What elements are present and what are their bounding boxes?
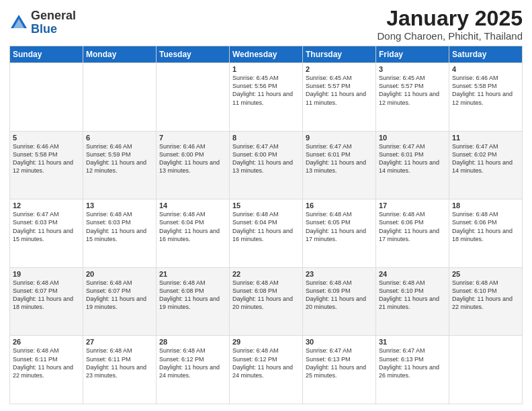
day-info: Sunrise: 6:48 AM Sunset: 6:07 PM Dayligh…	[13, 279, 80, 312]
day-info: Sunrise: 6:47 AM Sunset: 6:00 PM Dayligh…	[232, 142, 300, 175]
logo-blue: Blue	[31, 23, 76, 36]
day-info: Sunrise: 6:48 AM Sunset: 6:10 PM Dayligh…	[452, 279, 519, 312]
day-number: 11	[452, 134, 519, 142]
day-number: 31	[379, 338, 446, 346]
calendar-cell: 7Sunrise: 6:46 AM Sunset: 6:00 PM Daylig…	[157, 131, 230, 199]
day-number: 5	[13, 134, 80, 142]
day-number: 15	[232, 201, 300, 210]
col-saturday: Saturday	[449, 46, 523, 63]
day-number: 24	[379, 270, 446, 278]
day-info: Sunrise: 6:47 AM Sunset: 6:13 PM Dayligh…	[379, 347, 446, 379]
calendar-cell: 9Sunrise: 6:47 AM Sunset: 6:01 PM Daylig…	[303, 131, 376, 199]
calendar-cell: 22Sunrise: 6:48 AM Sunset: 6:08 PM Dayli…	[230, 267, 303, 336]
calendar-cell: 17Sunrise: 6:48 AM Sunset: 6:06 PM Dayli…	[376, 199, 449, 268]
day-info: Sunrise: 6:48 AM Sunset: 6:12 PM Dayligh…	[232, 347, 300, 379]
day-info: Sunrise: 6:48 AM Sunset: 6:04 PM Dayligh…	[159, 210, 226, 243]
calendar-row: 26Sunrise: 6:48 AM Sunset: 6:11 PM Dayli…	[10, 336, 523, 404]
day-number: 1	[232, 65, 300, 73]
day-number: 14	[159, 201, 226, 210]
day-number: 28	[159, 338, 226, 346]
calendar-cell	[83, 63, 157, 132]
calendar-title: January 2025	[377, 7, 523, 30]
title-block: January 2025 Dong Charoen, Phichit, Thai…	[377, 7, 523, 42]
calendar-cell: 4Sunrise: 6:46 AM Sunset: 5:58 PM Daylig…	[449, 63, 523, 132]
day-number: 13	[86, 201, 153, 210]
calendar-cell: 8Sunrise: 6:47 AM Sunset: 6:00 PM Daylig…	[230, 131, 303, 199]
day-number: 17	[379, 201, 446, 210]
col-tuesday: Tuesday	[157, 46, 230, 63]
calendar-cell: 3Sunrise: 6:45 AM Sunset: 5:57 PM Daylig…	[376, 63, 449, 132]
day-info: Sunrise: 6:48 AM Sunset: 6:09 PM Dayligh…	[306, 279, 373, 312]
col-friday: Friday	[376, 46, 449, 63]
day-info: Sunrise: 6:48 AM Sunset: 6:11 PM Dayligh…	[13, 347, 80, 379]
calendar-cell: 19Sunrise: 6:48 AM Sunset: 6:07 PM Dayli…	[10, 267, 83, 336]
calendar-cell: 28Sunrise: 6:48 AM Sunset: 6:12 PM Dayli…	[157, 336, 230, 404]
calendar-cell: 12Sunrise: 6:47 AM Sunset: 6:03 PM Dayli…	[10, 199, 83, 268]
day-number: 20	[86, 270, 153, 278]
calendar-cell: 11Sunrise: 6:47 AM Sunset: 6:02 PM Dayli…	[449, 131, 523, 199]
calendar-subtitle: Dong Charoen, Phichit, Thailand	[377, 30, 523, 42]
logo: General Blue	[9, 9, 76, 36]
day-info: Sunrise: 6:48 AM Sunset: 6:06 PM Dayligh…	[379, 210, 446, 243]
day-info: Sunrise: 6:48 AM Sunset: 6:03 PM Dayligh…	[86, 210, 153, 243]
calendar-cell: 30Sunrise: 6:47 AM Sunset: 6:13 PM Dayli…	[303, 336, 376, 404]
calendar-cell: 29Sunrise: 6:48 AM Sunset: 6:12 PM Dayli…	[230, 336, 303, 404]
day-number: 27	[86, 338, 153, 346]
calendar-cell: 6Sunrise: 6:46 AM Sunset: 5:59 PM Daylig…	[83, 131, 157, 199]
day-info: Sunrise: 6:45 AM Sunset: 5:57 PM Dayligh…	[379, 74, 446, 107]
calendar-cell: 26Sunrise: 6:48 AM Sunset: 6:11 PM Dayli…	[10, 336, 83, 404]
calendar-cell: 27Sunrise: 6:48 AM Sunset: 6:11 PM Dayli…	[83, 336, 157, 404]
calendar-cell	[10, 63, 83, 132]
calendar-row: 12Sunrise: 6:47 AM Sunset: 6:03 PM Dayli…	[10, 199, 523, 268]
day-number: 16	[306, 201, 373, 210]
calendar-cell: 5Sunrise: 6:46 AM Sunset: 5:58 PM Daylig…	[10, 131, 83, 199]
day-info: Sunrise: 6:48 AM Sunset: 6:10 PM Dayligh…	[379, 279, 446, 312]
calendar-cell: 10Sunrise: 6:47 AM Sunset: 6:01 PM Dayli…	[376, 131, 449, 199]
calendar-cell: 23Sunrise: 6:48 AM Sunset: 6:09 PM Dayli…	[303, 267, 376, 336]
day-info: Sunrise: 6:48 AM Sunset: 6:05 PM Dayligh…	[306, 210, 373, 243]
calendar-row: 1Sunrise: 6:45 AM Sunset: 5:56 PM Daylig…	[10, 63, 523, 132]
calendar-cell: 14Sunrise: 6:48 AM Sunset: 6:04 PM Dayli…	[157, 199, 230, 268]
day-number: 10	[379, 134, 446, 142]
col-wednesday: Wednesday	[230, 46, 303, 63]
day-info: Sunrise: 6:45 AM Sunset: 5:57 PM Dayligh…	[306, 74, 373, 107]
day-number: 4	[452, 65, 519, 73]
logo-general: General	[31, 9, 76, 23]
day-number: 23	[306, 270, 373, 278]
day-number: 2	[306, 65, 373, 73]
day-number: 30	[306, 338, 373, 346]
day-info: Sunrise: 6:48 AM Sunset: 6:08 PM Dayligh…	[159, 279, 226, 312]
day-info: Sunrise: 6:48 AM Sunset: 6:06 PM Dayligh…	[452, 210, 519, 243]
day-info: Sunrise: 6:47 AM Sunset: 6:13 PM Dayligh…	[306, 347, 373, 379]
day-info: Sunrise: 6:48 AM Sunset: 6:12 PM Dayligh…	[159, 347, 226, 379]
day-info: Sunrise: 6:46 AM Sunset: 5:59 PM Dayligh…	[86, 142, 153, 175]
day-info: Sunrise: 6:48 AM Sunset: 6:11 PM Dayligh…	[86, 347, 153, 379]
calendar-cell: 1Sunrise: 6:45 AM Sunset: 5:56 PM Daylig…	[230, 63, 303, 132]
day-info: Sunrise: 6:48 AM Sunset: 6:07 PM Dayligh…	[86, 279, 153, 312]
header: General Blue January 2025 Dong Charoen, …	[9, 7, 523, 42]
day-number: 22	[232, 270, 300, 278]
calendar-cell	[449, 336, 523, 404]
day-number: 18	[452, 201, 519, 210]
day-number: 26	[13, 338, 80, 346]
day-number: 8	[232, 134, 300, 142]
day-number: 29	[232, 338, 300, 346]
day-number: 12	[13, 201, 80, 210]
day-info: Sunrise: 6:48 AM Sunset: 6:08 PM Dayligh…	[232, 279, 300, 312]
calendar-cell: 18Sunrise: 6:48 AM Sunset: 6:06 PM Dayli…	[449, 199, 523, 268]
calendar-row: 5Sunrise: 6:46 AM Sunset: 5:58 PM Daylig…	[10, 131, 523, 199]
col-monday: Monday	[83, 46, 157, 63]
day-number: 7	[159, 134, 226, 142]
calendar-cell: 24Sunrise: 6:48 AM Sunset: 6:10 PM Dayli…	[376, 267, 449, 336]
calendar-cell: 13Sunrise: 6:48 AM Sunset: 6:03 PM Dayli…	[83, 199, 157, 268]
calendar-row: 19Sunrise: 6:48 AM Sunset: 6:07 PM Dayli…	[10, 267, 523, 336]
day-number: 6	[86, 134, 153, 142]
header-row: Sunday Monday Tuesday Wednesday Thursday…	[10, 46, 523, 63]
col-sunday: Sunday	[10, 46, 83, 63]
calendar-cell: 25Sunrise: 6:48 AM Sunset: 6:10 PM Dayli…	[449, 267, 523, 336]
day-number: 25	[452, 270, 519, 278]
calendar-cell: 16Sunrise: 6:48 AM Sunset: 6:05 PM Dayli…	[303, 199, 376, 268]
col-thursday: Thursday	[303, 46, 376, 63]
day-info: Sunrise: 6:45 AM Sunset: 5:56 PM Dayligh…	[232, 74, 300, 107]
calendar-table: Sunday Monday Tuesday Wednesday Thursday…	[9, 46, 523, 404]
